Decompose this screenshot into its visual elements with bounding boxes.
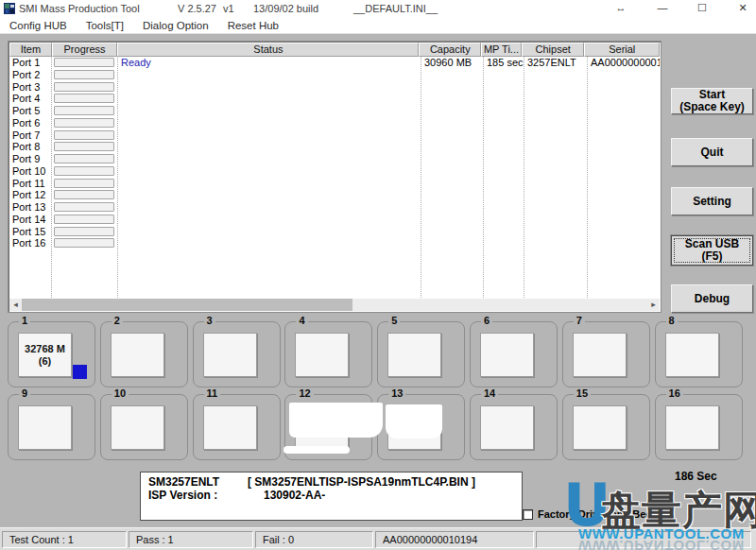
progress-bar: [54, 215, 114, 224]
progress-bar: [54, 58, 114, 67]
port-group-1: 132768 M(6): [8, 321, 95, 387]
table-row[interactable]: Port 13: [9, 201, 660, 214]
port-item-cell: Port 8: [9, 141, 52, 153]
menu-item-dialog-option[interactable]: Dialog Option: [133, 17, 218, 34]
statusbar-segment-fail-count: Fail : 0: [255, 531, 373, 548]
table-row[interactable]: Port 2: [9, 69, 660, 81]
window-title: SMI Mass Production Tool: [19, 3, 140, 14]
menu-item-tools-t-[interactable]: Tools[T]: [77, 17, 133, 34]
setting-button-label: Setting: [693, 196, 731, 208]
table-row[interactable]: Port 12: [9, 189, 660, 201]
table-row[interactable]: Port 9: [9, 153, 660, 165]
port-device-box[interactable]: [480, 333, 534, 377]
scrollbar-thumb[interactable]: [22, 299, 352, 311]
port-group-5: 5: [377, 321, 465, 387]
port-group-number: 2: [112, 315, 123, 326]
port-item-cell: Port 7: [9, 129, 52, 142]
scroll-right-arrow-icon[interactable]: ▸: [647, 299, 660, 311]
table-row[interactable]: Port 16: [9, 237, 660, 249]
table-row[interactable]: Port 5: [9, 105, 660, 117]
table-row[interactable]: Port 14: [9, 214, 660, 226]
port-group-number: 7: [574, 315, 585, 326]
port-group-16: 16: [655, 394, 743, 460]
port-group-number: 3: [204, 315, 215, 326]
table-row[interactable]: Port 10: [9, 165, 660, 178]
port-group-number: 16: [666, 387, 683, 399]
column-header-serial[interactable]: Serial: [584, 43, 660, 57]
serial-cell: AA00000000010194: [588, 57, 660, 69]
port-group-10: 10: [100, 394, 188, 460]
menu-item-config-hub[interactable]: Config HUB: [0, 17, 77, 34]
port-device-box[interactable]: [665, 405, 719, 450]
column-header-item[interactable]: Item: [9, 43, 52, 57]
horizontal-scrollbar[interactable]: ◂ ▸: [9, 299, 660, 311]
checkbox-icon[interactable]: [523, 509, 533, 520]
port-device-box[interactable]: [480, 405, 534, 450]
port-group-number: 6: [481, 315, 492, 326]
variant-label: v1: [223, 3, 234, 14]
port-group-2: 2: [100, 321, 188, 387]
column-header-chipset[interactable]: Chipset: [522, 43, 585, 57]
port-group-3: 3: [193, 321, 281, 387]
port-device-box[interactable]: [295, 333, 349, 377]
debug-button[interactable]: Debug: [671, 284, 753, 313]
watermark-smudge: [386, 404, 442, 438]
factory-driver-checkbox[interactable]: Factory Driver and Beep: [523, 508, 658, 520]
table-row[interactable]: Port 11: [9, 178, 660, 190]
maximize-button[interactable]: ☐: [688, 0, 716, 17]
port-group-number: 11: [204, 387, 221, 399]
scan-usb-button[interactable]: Scan USB(F5): [671, 235, 753, 266]
quit-button[interactable]: Quit: [671, 138, 753, 166]
progress-bar: [54, 118, 114, 128]
port-device-box[interactable]: [203, 405, 257, 450]
close-button[interactable]: ✕: [729, 0, 756, 17]
port-group-11: 11: [193, 394, 281, 460]
table-row[interactable]: Port 8: [9, 141, 660, 153]
table-row[interactable]: Port 15: [9, 226, 660, 238]
column-header-progress[interactable]: Progress: [52, 43, 118, 57]
ini-label: __DEFAULT.INI__: [353, 3, 438, 14]
port-group-number: 8: [666, 315, 678, 326]
table-header-row: ItemProgressStatusCapacityMP Ti...Chipse…: [9, 43, 660, 57]
port-count-label: (6): [39, 355, 51, 368]
port-device-box[interactable]: [111, 333, 164, 377]
table-row[interactable]: Port 4: [9, 93, 660, 105]
column-header-status[interactable]: Status: [117, 43, 419, 57]
port-item-cell: Port 14: [9, 214, 52, 226]
port-device-box[interactable]: [111, 405, 164, 450]
port-group-number: 13: [388, 387, 405, 399]
port-group-7: 7: [562, 321, 650, 387]
port-item-cell: Port 5: [9, 105, 52, 117]
port-item-cell: Port 9: [9, 153, 52, 165]
port-device-box[interactable]: [573, 333, 627, 377]
port-device-box[interactable]: [203, 333, 257, 377]
port-item-cell: Port 12: [9, 189, 52, 201]
table-row[interactable]: Port 1Ready30960 MB185 sec3257ENLTAA0000…: [9, 57, 660, 69]
progress-bar: [54, 238, 114, 248]
port-item-cell: Port 2: [9, 69, 52, 81]
column-header-mpti[interactable]: MP Ti...: [481, 43, 522, 57]
port-group-8: 8: [655, 321, 743, 387]
port-device-box[interactable]: [18, 405, 72, 450]
port-device-box[interactable]: 32768 M(6): [18, 333, 72, 377]
port-group-number: 14: [481, 387, 498, 399]
table-row[interactable]: Port 6: [9, 117, 660, 129]
menu-item-reset-hub[interactable]: Reset Hub: [218, 17, 288, 34]
column-header-capacity[interactable]: Capacity: [419, 43, 481, 57]
table-row[interactable]: Port 3: [9, 81, 660, 94]
port-group-number: 4: [296, 315, 307, 326]
port-device-box[interactable]: [665, 333, 719, 377]
port-item-cell: Port 15: [9, 226, 52, 238]
progress-bar: [54, 142, 114, 151]
setting-button[interactable]: Setting: [671, 187, 753, 215]
port-item-cell: Port 16: [9, 237, 52, 249]
minimize-button[interactable]: —: [648, 0, 677, 17]
table-body[interactable]: Port 1Ready30960 MB185 sec3257ENLTAA0000…: [9, 57, 660, 298]
port-device-box[interactable]: [387, 333, 441, 377]
scroll-left-arrow-icon[interactable]: ◂: [9, 299, 22, 311]
table-row[interactable]: Port 7: [9, 129, 660, 142]
port-device-box[interactable]: [573, 405, 627, 450]
start-button[interactable]: Start(Space Key): [671, 88, 753, 114]
factory-driver-label: Factory Driver and Beep: [538, 508, 658, 520]
port-item-cell: Port 13: [9, 201, 52, 214]
